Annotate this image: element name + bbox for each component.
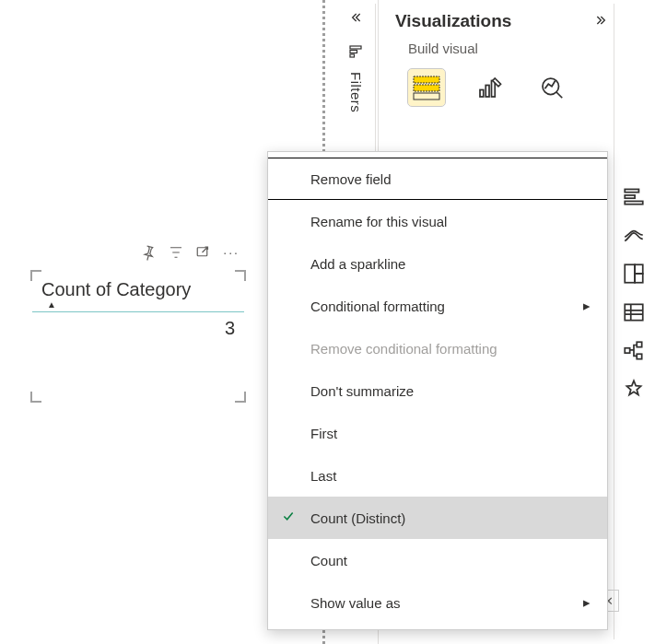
filters-pane-collapsed[interactable]: Filters bbox=[337, 4, 376, 151]
menu-item-label: Conditional formatting bbox=[310, 299, 445, 314]
svg-rect-6 bbox=[414, 93, 439, 100]
menu-item-label: Last bbox=[310, 468, 336, 484]
svg-rect-15 bbox=[635, 264, 643, 274]
build-visual-label: Build visual bbox=[379, 41, 613, 65]
svg-rect-13 bbox=[625, 201, 643, 204]
menu-item-label: First bbox=[310, 426, 337, 441]
viz-gallery bbox=[614, 4, 652, 639]
focus-mode-icon[interactable] bbox=[195, 244, 212, 261]
selection-handle[interactable] bbox=[235, 270, 246, 281]
sort-ascending-icon: ▲ bbox=[47, 300, 235, 310]
menu-conditional-formatting[interactable]: Conditional formatting ▸ bbox=[268, 285, 607, 327]
check-icon bbox=[281, 509, 296, 527]
svg-rect-4 bbox=[414, 76, 439, 83]
viz-tab-strip bbox=[379, 65, 613, 115]
visualizations-title: Visualizations bbox=[395, 11, 511, 31]
visual-toolbar: ··· bbox=[101, 240, 240, 265]
collapse-visualizations-icon[interactable] bbox=[594, 13, 609, 30]
more-options-icon[interactable]: ··· bbox=[223, 245, 240, 260]
svg-rect-3 bbox=[350, 54, 355, 57]
decomposition-tree-icon[interactable] bbox=[622, 339, 646, 363]
menu-item-label: Count bbox=[310, 553, 347, 568]
menu-count[interactable]: Count bbox=[268, 539, 607, 581]
svg-rect-14 bbox=[625, 264, 635, 283]
bar-chart-icon[interactable] bbox=[622, 184, 646, 208]
svg-rect-11 bbox=[625, 189, 638, 192]
tab-format-visual[interactable] bbox=[471, 69, 508, 106]
svg-rect-18 bbox=[625, 348, 629, 353]
svg-rect-2 bbox=[350, 51, 357, 53]
svg-rect-12 bbox=[625, 195, 635, 198]
menu-show-value-as[interactable]: Show value as ▸ bbox=[268, 581, 607, 624]
menu-item-label: Count (Distinct) bbox=[310, 510, 405, 526]
menu-item-label: Remove conditional formatting bbox=[310, 341, 497, 357]
menu-item-label: Remove field bbox=[310, 171, 392, 187]
tab-build-visual[interactable] bbox=[408, 69, 445, 106]
svg-rect-17 bbox=[625, 304, 643, 320]
menu-dont-summarize[interactable]: Don't summarize bbox=[268, 369, 607, 412]
menu-item-label: Show value as bbox=[310, 595, 401, 611]
filters-icon bbox=[337, 37, 374, 66]
field-context-menu: Remove field Rename for this visual Add … bbox=[267, 151, 608, 630]
svg-rect-1 bbox=[350, 46, 361, 49]
svg-rect-16 bbox=[635, 274, 643, 283]
expand-filters-icon[interactable] bbox=[337, 4, 374, 31]
svg-rect-19 bbox=[637, 342, 641, 346]
svg-rect-7 bbox=[480, 90, 484, 98]
pin-icon[interactable] bbox=[140, 244, 157, 261]
table-visual[interactable]: Count of Category ▲ 3 bbox=[32, 272, 244, 401]
selection-handle[interactable] bbox=[30, 270, 41, 281]
menu-remove-conditional-formatting: Remove conditional formatting bbox=[268, 327, 607, 369]
filter-icon[interactable] bbox=[168, 244, 184, 261]
menu-count-distinct[interactable]: Count (Distinct) bbox=[268, 497, 607, 539]
svg-rect-20 bbox=[637, 354, 641, 358]
selection-handle[interactable] bbox=[235, 392, 246, 403]
column-header-text: Count of Category bbox=[41, 279, 235, 300]
menu-add-sparkline[interactable]: Add a sparkline bbox=[268, 242, 607, 285]
menu-last[interactable]: Last bbox=[268, 454, 607, 497]
svg-rect-5 bbox=[414, 85, 439, 91]
column-header[interactable]: Count of Category ▲ bbox=[32, 272, 244, 312]
tab-analytics[interactable] bbox=[533, 69, 570, 106]
menu-first[interactable]: First bbox=[268, 412, 607, 454]
menu-item-label: Don't summarize bbox=[310, 383, 414, 399]
chevron-right-icon: ▸ bbox=[583, 594, 591, 611]
cell-value: 3 bbox=[32, 312, 244, 345]
treemap-icon[interactable] bbox=[622, 262, 646, 286]
menu-rename[interactable]: Rename for this visual bbox=[268, 200, 607, 242]
filters-label: Filters bbox=[337, 66, 364, 112]
svg-rect-8 bbox=[485, 86, 489, 98]
selection-handle[interactable] bbox=[30, 392, 41, 403]
ribbon-chart-icon[interactable] bbox=[622, 223, 646, 247]
get-more-visuals-icon[interactable] bbox=[622, 378, 646, 402]
menu-remove-field[interactable]: Remove field bbox=[268, 158, 607, 200]
table-icon[interactable] bbox=[622, 300, 646, 324]
chevron-right-icon: ▸ bbox=[583, 298, 591, 314]
menu-item-label: Rename for this visual bbox=[310, 214, 447, 229]
menu-item-label: Add a sparkline bbox=[310, 256, 405, 272]
